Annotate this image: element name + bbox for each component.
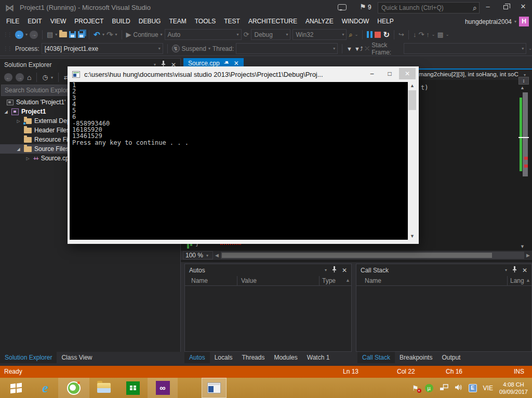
network-icon[interactable] (440, 384, 448, 392)
scroll-up-icon[interactable]: ▲ (526, 278, 530, 283)
toolbar-overflow-icon[interactable]: ⌄ (355, 32, 358, 37)
column-name[interactable]: Name (191, 277, 208, 284)
stack-frame-combo[interactable]: ▾ (404, 43, 526, 54)
column-language[interactable]: Lang (510, 277, 524, 284)
menu-item[interactable]: VIEW (46, 16, 71, 28)
column-type[interactable]: Type (322, 277, 336, 284)
tab-call-stack[interactable]: Call Stack (357, 352, 395, 363)
forward-button[interactable]: → (16, 73, 24, 81)
navigate-forward-button[interactable]: → (30, 31, 38, 39)
action-center-flag-icon[interactable]: ⚑✕ (412, 384, 419, 392)
scroll-left-icon[interactable]: ◀ (215, 253, 219, 258)
taskbar-internet-explorer[interactable]: e (32, 378, 58, 398)
chevron-down-icon[interactable]: ▾ (161, 32, 163, 37)
column-value[interactable]: Value (241, 277, 257, 284)
user-account[interactable]: hungdeptrai2004 ▾ H (465, 16, 529, 28)
notifications-flag-icon[interactable]: ⚑ (360, 3, 366, 11)
find-in-files-icon[interactable]: ⌕ (349, 31, 352, 39)
collapsed-arrow-icon[interactable]: ▷ (16, 119, 21, 123)
tab-class-view[interactable]: Class View (57, 352, 97, 363)
taskbar-clock[interactable]: 4:08 CH 09/09/2017 (499, 381, 528, 395)
scroll-down-icon[interactable]: ▼ (520, 244, 525, 249)
scroll-down-icon[interactable]: ▼ (410, 234, 415, 239)
undo-button[interactable]: ↶ (94, 30, 100, 39)
chevron-down-icon[interactable]: ▾ (208, 46, 210, 51)
menu-item[interactable]: PROJECT (70, 16, 108, 28)
toggle-flagged-icon[interactable]: ⤫ (365, 45, 369, 52)
scrollbar-thumb[interactable] (222, 253, 492, 258)
console-output[interactable]: 123456-8589934601618592013461529Press an… (70, 82, 408, 240)
close-button[interactable]: ✕ (514, 0, 532, 13)
window-position-icon[interactable]: ▾ (505, 268, 507, 272)
start-button[interactable] (0, 378, 32, 398)
breakpoint-window-icon[interactable]: ▩ (437, 31, 444, 38)
scroll-up-icon[interactable]: ▲ (520, 85, 525, 90)
console-scrollbar[interactable]: ▲ ▼ (408, 82, 417, 240)
chevron-down-icon[interactable]: ▾ (115, 32, 117, 37)
menu-item[interactable]: TOOLS (191, 16, 220, 28)
stop-debugging-button[interactable] (375, 32, 381, 38)
toolbar-grip[interactable]: ⋮⋮ (3, 46, 11, 51)
configuration-combo[interactable]: Debug▾ (251, 29, 290, 40)
menu-item[interactable]: EDIT (23, 16, 46, 28)
console-maximize-button[interactable]: □ (381, 68, 398, 79)
thread-combo[interactable]: ▾ (236, 43, 338, 54)
menu-item[interactable]: BUILD (108, 16, 134, 28)
close-icon[interactable]: ✕ (234, 60, 239, 67)
scrollbar-thumb[interactable] (523, 92, 528, 176)
menu-item[interactable]: WINDOW (338, 16, 374, 28)
close-icon[interactable]: ✕ (342, 267, 347, 274)
console-window[interactable]: c:\users\huu hung\documents\visual studi… (68, 66, 419, 244)
tab-autos[interactable]: Autos (184, 352, 210, 363)
save-button[interactable] (69, 31, 76, 38)
collapsed-arrow-icon[interactable]: ▷ (25, 156, 31, 161)
restart-button[interactable]: ↻ (383, 30, 390, 39)
tab-output[interactable]: Output (437, 352, 465, 363)
process-combo[interactable]: [4036] Project1.exe▾ (42, 43, 163, 54)
call-stack-header[interactable]: Call Stack ▾ ✕ (356, 264, 531, 276)
scroll-right-icon[interactable]: ▶ (526, 253, 530, 258)
utorrent-icon[interactable]: µ (425, 384, 433, 392)
window-position-icon[interactable]: ▾ (325, 268, 327, 272)
debug-target-combo[interactable]: Auto▾ (165, 29, 242, 40)
show-next-statement-icon[interactable]: ↪ (398, 31, 404, 38)
suspend-icon[interactable]: ↯ (172, 45, 180, 52)
toolbar-overflow-icon[interactable]: ⌄ (432, 32, 435, 37)
chevron-down-icon[interactable]: ▾ (55, 32, 57, 37)
menu-item[interactable]: ARCHITECTURE (244, 16, 301, 28)
pin-icon[interactable] (224, 60, 230, 67)
taskbar-windows-store[interactable] (118, 378, 148, 398)
menu-item[interactable]: HELP (373, 16, 397, 28)
continue-icon[interactable]: ▶ (126, 31, 131, 38)
console-minimize-button[interactable]: – (364, 68, 380, 79)
taskbar-console-app[interactable] (202, 378, 227, 398)
unikey-icon[interactable]: E (469, 384, 477, 392)
tab-locals[interactable]: Locals (210, 352, 237, 363)
open-file-button[interactable] (59, 32, 67, 37)
home-icon[interactable]: ⌂ (27, 73, 31, 81)
save-all-button[interactable] (78, 31, 85, 38)
toolbar-grip[interactable]: ⋮⋮ (3, 32, 11, 37)
new-item-button[interactable]: ▤ (47, 31, 53, 38)
quick-launch-input[interactable]: Quick Launch (Ctrl+Q) ⌕ (378, 2, 480, 13)
taskbar-coccoc-browser[interactable] (58, 378, 89, 398)
volume-icon[interactable] (455, 384, 462, 392)
expanded-arrow-icon[interactable]: ◢ (3, 109, 9, 114)
step-out-button[interactable]: ↑ (426, 31, 430, 38)
tab-modules[interactable]: Modules (269, 352, 302, 363)
console-title-bar[interactable]: c:\users\huu hung\documents\visual studi… (68, 66, 419, 82)
column-name[interactable]: Name (365, 277, 381, 284)
continue-button[interactable]: Continue (134, 31, 158, 38)
pending-changes-filter-icon[interactable]: ◷ (42, 74, 47, 81)
vertical-scrollbar[interactable]: ▲ ▼ (518, 85, 529, 251)
tab-threads[interactable]: Threads (237, 352, 269, 363)
console-close-button[interactable]: ✕ (399, 68, 416, 79)
filter-threads-icon[interactable]: ▼ (347, 46, 352, 52)
platform-combo[interactable]: Win32▾ (292, 29, 347, 40)
suspend-button[interactable]: Suspend (182, 45, 206, 52)
member-dropdown[interactable]: mang2chieu[2][3], int soHang, int soC (419, 71, 523, 77)
editor-zoom-combo[interactable]: 100 %▾ (183, 251, 213, 259)
pin-icon[interactable] (332, 266, 337, 274)
autos-header[interactable]: Autos ▾ ✕ (185, 264, 351, 276)
refresh-icon[interactable]: ⟳ (244, 31, 249, 38)
